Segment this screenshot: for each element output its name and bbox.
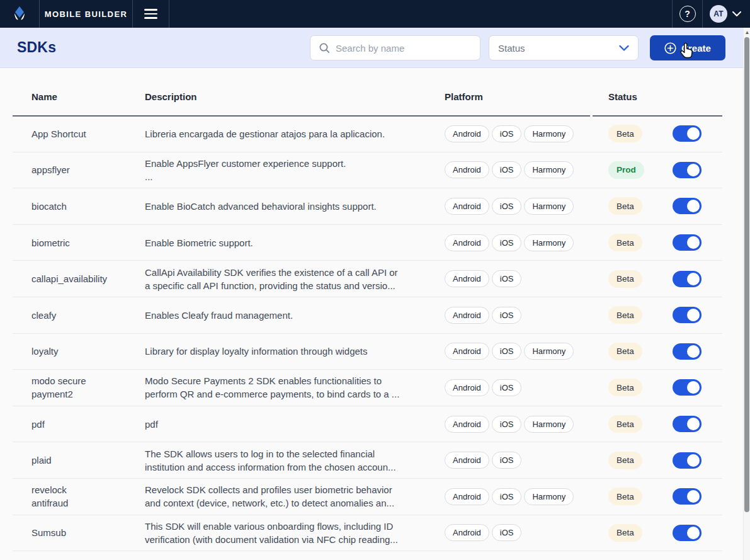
sdk-name: Sumsub — [31, 526, 145, 539]
platform-chips: AndroidiOSHarmony — [445, 416, 592, 433]
logo-icon — [11, 6, 28, 22]
platform-chip: iOS — [492, 307, 522, 324]
sdk-description: Modo Secure Payments 2 SDK enables funct… — [145, 374, 445, 401]
table-row: loyaltyLibrary for display loyalty infor… — [13, 334, 722, 370]
enable-toggle[interactable] — [673, 125, 702, 142]
status-badge: Beta — [608, 452, 642, 469]
status-filter-label: Status — [498, 43, 525, 54]
enable-toggle[interactable] — [673, 271, 702, 287]
search-input[interactable] — [336, 43, 462, 54]
table-row: appsflyerEnable AppsFlyer customer exper… — [13, 152, 722, 189]
scrollbar-up-arrow[interactable]: ▲ — [744, 30, 750, 35]
account-menu[interactable]: AT — [703, 5, 750, 23]
help-button[interactable]: ? — [673, 0, 702, 28]
platform-chip: iOS — [492, 161, 522, 178]
platform-chip: Android — [445, 161, 489, 178]
platform-chip: Harmony — [524, 161, 574, 178]
platform-chip: Harmony — [524, 343, 574, 360]
platform-chip: iOS — [492, 234, 522, 251]
brand-title: MOBILE BUILDER — [45, 8, 128, 21]
platform-chip: iOS — [492, 125, 522, 142]
table-body: App ShortcutLibreria encargada de gestio… — [13, 116, 722, 551]
scrollbar-thumb[interactable] — [744, 37, 749, 512]
column-header-platform: Platform — [445, 91, 592, 102]
status-badge: Beta — [608, 270, 642, 288]
table-header-row: Name Description Platform Status — [13, 68, 722, 115]
enable-toggle[interactable] — [673, 416, 702, 432]
status-badge: Beta — [608, 415, 642, 433]
platform-chips: AndroidiOSHarmony — [445, 161, 592, 178]
sdk-name: appsflyer — [31, 163, 145, 176]
platform-chip: iOS — [492, 343, 522, 360]
platform-chip: Android — [445, 379, 489, 396]
platform-chip: Harmony — [524, 416, 574, 433]
sdk-description: CallApi Availability SDK verifies the ex… — [145, 266, 445, 292]
column-header-status: Status — [608, 91, 661, 102]
chevron-down-icon — [619, 45, 629, 51]
toggle-knob — [687, 381, 700, 394]
platform-chips: AndroidiOSHarmony — [445, 198, 592, 215]
toggle-knob — [687, 490, 700, 503]
enable-toggle[interactable] — [673, 379, 702, 396]
platform-chip: iOS — [492, 524, 522, 541]
page-header: SDKs Status Create — [0, 28, 750, 68]
sdk-description: Libreria encargada de gestionar atajos p… — [145, 127, 445, 140]
enable-toggle[interactable] — [673, 525, 702, 541]
brand-title-wrap: MOBILE BUILDER — [40, 0, 132, 28]
status-badge: Beta — [608, 488, 642, 505]
toggle-knob — [687, 418, 700, 430]
toggle-knob — [687, 345, 700, 358]
avatar: AT — [710, 5, 727, 23]
enable-toggle[interactable] — [673, 488, 702, 505]
enable-toggle[interactable] — [673, 162, 702, 178]
platform-chip: Android — [445, 125, 489, 142]
help-icon: ? — [679, 6, 696, 22]
sdk-description: Enable BioCatch advanced behavioral insi… — [145, 200, 445, 213]
table-row: biocatchEnable BioCatch advanced behavio… — [13, 188, 722, 225]
menu-button[interactable] — [133, 0, 169, 28]
chevron-down-icon — [732, 11, 741, 16]
platform-chip: Android — [445, 488, 489, 505]
enable-toggle[interactable] — [673, 343, 702, 360]
sdk-name: biocatch — [31, 200, 145, 213]
sdk-description: The SDK allows users to log in to the se… — [145, 447, 445, 474]
sdk-name: plaid — [31, 454, 145, 467]
sdk-name: cleafy — [31, 309, 145, 322]
app-logo[interactable] — [0, 0, 39, 28]
platform-chip: Android — [445, 343, 489, 360]
sdk-description: Revelock SDK collects and profiles user … — [145, 483, 445, 510]
platform-chip: Harmony — [524, 488, 574, 505]
status-badge: Beta — [608, 343, 642, 360]
sdk-description: Enable AppsFlyer customer experience sup… — [145, 157, 445, 183]
hamburger-icon — [144, 9, 157, 18]
sdk-name: App Shortcut — [31, 127, 145, 140]
table-row: plaidThe SDK allows users to log in to t… — [13, 442, 722, 479]
toggle-knob — [687, 164, 700, 176]
platform-chip: Android — [445, 307, 489, 324]
platform-chip: Android — [445, 270, 489, 287]
platform-chip: Android — [445, 416, 489, 433]
status-badge: Beta — [608, 306, 642, 324]
create-button[interactable]: Create — [650, 35, 725, 60]
search-box — [310, 35, 480, 60]
platform-chip: iOS — [492, 270, 522, 287]
sdk-name: modo secure payment2 — [31, 374, 145, 401]
enable-toggle[interactable] — [673, 452, 702, 469]
sdk-description: pdf — [145, 418, 445, 431]
toggle-knob — [687, 527, 700, 539]
table-row: modo secure payment2Modo Secure Payments… — [13, 370, 722, 406]
enable-toggle[interactable] — [673, 307, 702, 323]
enable-toggle[interactable] — [673, 198, 702, 214]
toggle-knob — [687, 309, 700, 321]
enable-toggle[interactable] — [673, 234, 702, 251]
vertical-scrollbar[interactable]: ▲ — [743, 28, 750, 560]
page-title: SDKs — [17, 39, 56, 56]
platform-chip: Harmony — [524, 234, 574, 251]
table-row: pdfpdfAndroidiOSHarmonyBeta — [13, 406, 722, 443]
platform-chip: iOS — [492, 416, 522, 433]
status-badge: Beta — [608, 524, 642, 542]
toggle-knob — [687, 273, 700, 285]
sdk-description: Library for display loyalty information … — [145, 345, 445, 358]
status-filter-select[interactable]: Status — [489, 35, 639, 60]
platform-chip: Android — [445, 198, 489, 215]
